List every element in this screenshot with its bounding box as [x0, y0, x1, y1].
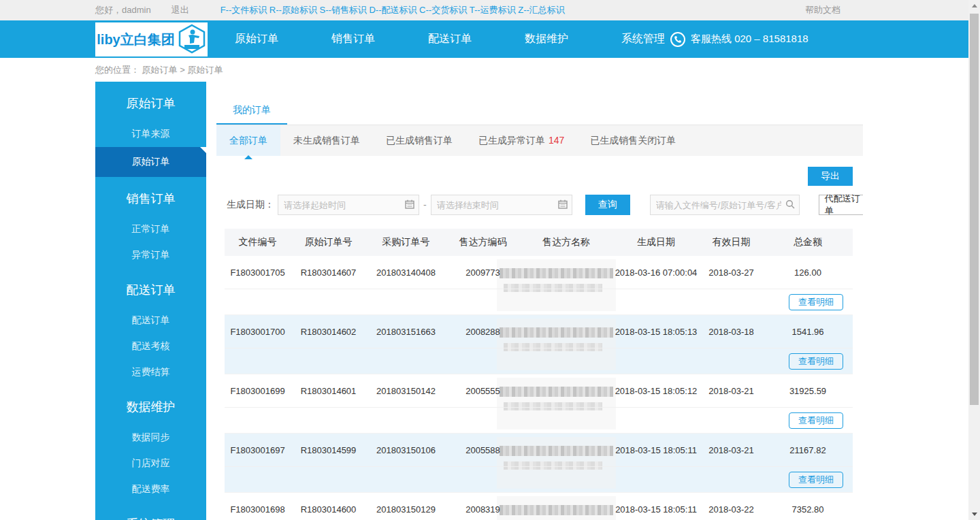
scroll-up-icon[interactable]	[968, 0, 980, 12]
page-scrollbar[interactable]	[968, 0, 980, 520]
table-header-row: 文件编号原始订单号采购订单号售达方编码售达方名称生成日期有效日期总金额	[225, 229, 853, 256]
date-end-input[interactable]	[431, 195, 572, 215]
sidebar-group-header-3[interactable]: 配送订单	[95, 268, 206, 308]
scroll-down-icon[interactable]	[968, 508, 980, 520]
row-data-line: F1803001697R1803014599201803150106200558…	[225, 434, 853, 466]
main-content: 我的订单 全部订单未生成销售订单已生成销售订单已生成异常订单147已生成销售关闭…	[216, 95, 863, 520]
nav-item-3[interactable]: 配送订单	[428, 32, 472, 46]
cell-purchase-no: 201803151663	[366, 327, 446, 337]
cell-amount: 126.00	[763, 267, 853, 278]
row-detail-line: 查看明细	[225, 348, 853, 374]
cell-original-no: R1803014602	[291, 327, 366, 337]
nav-item-2[interactable]: 销售订单	[331, 32, 375, 46]
breadcrumb: 您的位置： 原始订单 > 原始订单	[95, 64, 223, 76]
column-header-7: 有效日期	[700, 236, 763, 248]
date-range-label: 生成日期：	[227, 199, 278, 211]
row-data-line: F1803001700R1803014602201803151663200828…	[225, 315, 853, 348]
page: 您好，dadmin 退出 F--文件标识 R--原始标识 S--销售标识 D--…	[0, 0, 980, 520]
sidebar-group-header-5[interactable]: 系统管理	[95, 502, 206, 520]
cell-original-no: R1803014599	[291, 445, 366, 455]
subtab-count-badge: 147	[549, 135, 564, 146]
cell-original-no: R1803014607	[291, 267, 366, 278]
nav-menu: 原始订单销售订单配送订单数据维护系统管理	[235, 20, 665, 58]
subtab-row: 全部订单未生成销售订单已生成销售订单已生成异常订单147已生成销售关闭订单	[216, 125, 863, 156]
sidebar-item-1-2[interactable]: 原始订单	[95, 147, 206, 177]
cell-valid: 2018-03-21	[700, 445, 763, 455]
table-row: F1803001699R1803014601201803150142200555…	[225, 374, 853, 434]
table-body: F1803001705R1803014607201803140408200977…	[225, 256, 853, 520]
table-row: F1803001700R1803014602201803151663200828…	[225, 315, 853, 374]
nav-item-5[interactable]: 系统管理	[621, 32, 665, 46]
cell-created: 2018-03-15 18:05:12	[612, 386, 700, 396]
cell-soldto-code: 2008288	[446, 327, 520, 337]
cell-soldto-code: 2005555	[446, 386, 520, 396]
filter-bar: 生成日期： - 查询 代配送订单	[227, 195, 863, 215]
cell-purchase-no: 201803140408	[366, 267, 446, 278]
view-detail-button[interactable]: 查看明细	[789, 412, 843, 429]
table-row: F1803001698R1803014600201803150129200831…	[225, 493, 853, 520]
cell-soldto-code: 2009773	[446, 267, 520, 278]
user-greeting: 您好，dadmin	[95, 4, 151, 16]
sidebar-group-header-2[interactable]: 销售订单	[95, 177, 206, 216]
sidebar-menu: 原始订单订单来源原始订单销售订单正常订单异常订单配送订单配送订单配送考核运费结算…	[95, 82, 206, 520]
order-type-value: 代配送订单	[825, 193, 863, 217]
view-detail-button[interactable]: 查看明细	[789, 472, 843, 488]
search-input[interactable]	[650, 195, 800, 215]
sidebar-item-4-1[interactable]: 数据同步	[95, 425, 206, 451]
sidebar-item-2-2[interactable]: 异常订单	[95, 242, 206, 268]
subtab-1[interactable]: 全部订单	[216, 125, 280, 156]
cell-created: 2018-03-16 07:00:04	[612, 267, 700, 278]
range-separator: -	[423, 199, 427, 210]
nav-item-1[interactable]: 原始订单	[235, 32, 278, 46]
cell-purchase-no: 201803150129	[366, 504, 446, 515]
nav-item-4[interactable]: 数据维护	[525, 32, 568, 46]
subtab-3[interactable]: 已生成销售订单	[373, 125, 466, 156]
sidebar-item-3-1[interactable]: 配送订单	[95, 308, 206, 334]
cell-valid: 2018-03-18	[700, 327, 763, 337]
cell-created: 2018-03-15 18:05:11	[612, 445, 700, 455]
row-detail-line: 查看明细	[225, 289, 853, 314]
sidebar-group-header-4[interactable]: 数据维护	[95, 385, 206, 425]
logout-link[interactable]: 退出	[172, 4, 189, 16]
cell-amount: 31925.59	[763, 386, 853, 396]
liby-logo[interactable]: liby立白集团	[95, 22, 208, 56]
sidebar-item-4-3[interactable]: 配送费率	[95, 476, 206, 502]
row-data-line: F1803001698R1803014600201803150129200831…	[225, 493, 853, 520]
cell-valid: 2018-03-27	[700, 267, 763, 278]
help-doc-link[interactable]: 帮助文档	[805, 4, 840, 16]
cell-valid: 2018-03-22	[700, 504, 763, 515]
tab-my-orders[interactable]: 我的订单	[216, 95, 287, 124]
main-navbar: liby立白集团 原始订单销售订单配送订单数据维护系统管理 客服热线 020 –…	[0, 20, 980, 58]
view-detail-button[interactable]: 查看明细	[789, 294, 843, 310]
sidebar-item-2-1[interactable]: 正常订单	[95, 216, 206, 242]
cell-file-no: F1803001697	[225, 445, 291, 455]
cell-file-no: F1803001699	[225, 386, 291, 396]
cell-purchase-no: 201803150106	[366, 445, 446, 455]
sidebar-item-4-2[interactable]: 门店对应	[95, 451, 206, 476]
cell-original-no: R1803014600	[291, 504, 366, 515]
column-header-8: 总金额	[763, 236, 853, 248]
subtab-2[interactable]: 未生成销售订单	[280, 125, 373, 156]
scrollbar-thumb[interactable]	[970, 14, 979, 405]
cell-file-no: F1803001700	[225, 327, 291, 337]
order-type-select[interactable]: 代配送订单	[819, 195, 863, 215]
subtab-4[interactable]: 已生成异常订单147	[466, 125, 577, 156]
logo-text: liby立白集团	[97, 31, 174, 49]
sidebar-item-3-2[interactable]: 配送考核	[95, 334, 206, 359]
sidebar-item-3-3[interactable]: 运费结算	[95, 359, 206, 385]
sidebar-item-1-1[interactable]: 订单来源	[95, 121, 206, 147]
view-detail-button[interactable]: 查看明细	[789, 353, 843, 370]
export-button[interactable]: 导出	[808, 167, 853, 186]
cell-file-no: F1803001705	[225, 267, 291, 278]
column-header-6: 生成日期	[612, 236, 700, 248]
date-start-input[interactable]	[278, 195, 419, 215]
column-header-5: 售达方名称	[520, 236, 612, 248]
sidebar-group-header-1[interactable]: 原始订单	[95, 82, 206, 121]
top-utility-bar: 您好，dadmin 退出 F--文件标识 R--原始标识 S--销售标识 D--…	[0, 0, 980, 20]
hotline: 客服热线 020 – 81581818	[670, 20, 808, 58]
query-button[interactable]: 查询	[585, 195, 630, 215]
subtab-5[interactable]: 已生成销售关闭订单	[577, 125, 689, 156]
breadcrumb-bar: 您的位置： 原始订单 > 原始订单	[0, 58, 968, 82]
cell-amount: 1541.96	[763, 327, 853, 337]
row-detail-line: 查看明细	[225, 407, 853, 433]
